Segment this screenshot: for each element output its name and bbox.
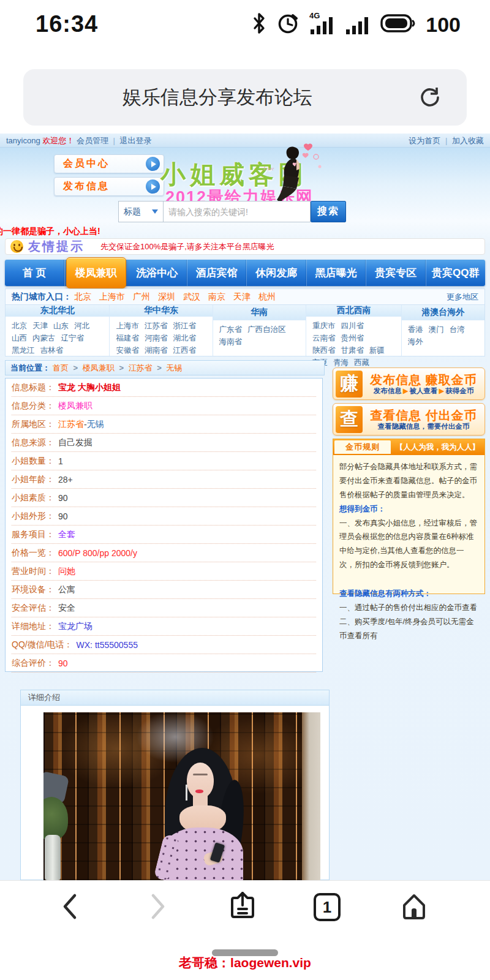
add-favorite-link[interactable]: 加入收藏 [452,136,484,145]
arrow-separator-icon: ▶ [403,387,409,394]
region-tab[interactable]: 华中华东 [110,305,212,317]
search-field-select[interactable]: 标题 [118,201,164,222]
info-value: 宝龙 大胸小姐姐 [58,382,121,393]
province-link[interactable]: 黑龙江 [12,344,35,356]
forward-button[interactable] [142,892,172,921]
svg-text:Love: Love [263,165,274,172]
tabs-button[interactable]: 1 [314,893,341,921]
nav-item-7[interactable]: 贵宾专区 [366,260,426,286]
nav-item-5[interactable]: 休闲发廊 [247,260,307,286]
province-link[interactable]: 山西 [12,332,27,344]
earn-subtitle-part: 被人查看 [410,387,438,394]
earn-badge: 赚 [336,371,363,398]
more-regions-link[interactable]: 更多地区 [447,292,478,303]
province-link[interactable]: 内蒙古 [32,332,56,344]
coin-rules-tab[interactable]: 金币规则 [334,440,391,454]
province-link[interactable]: 吉林省 [40,344,64,356]
province-link[interactable]: 广西自治区 [247,323,286,336]
hot-city-link[interactable]: 南京 [208,292,225,303]
member-mgmt-link[interactable]: 会员管理 [77,136,108,145]
home-button[interactable] [399,892,429,921]
post-info-label: 发布信息 [55,180,146,193]
hot-city-link[interactable]: 天津 [233,292,251,303]
hot-city-link[interactable]: 北京 [74,292,91,303]
breadcrumb-link[interactable]: 无锡 [166,363,182,372]
post-info-button[interactable]: 发布信息 [54,177,164,196]
region-tab[interactable]: 东北华北 [6,305,109,317]
site-welcome-bar: tanyicong 欢迎您！ 会员管理 | 退出登录 设为首页 | 加入收藏 [0,134,490,148]
region-tab[interactable]: 西北西南 [306,305,401,317]
refresh-icon[interactable] [418,85,442,110]
info-label: 小姐素质： [12,492,55,503]
province-link[interactable]: 江苏省 [145,320,168,332]
province-link[interactable]: 青海 [333,356,349,369]
battery-icon [380,13,416,36]
breadcrumb-separator: > [117,363,126,372]
province-link[interactable]: 香港 [408,323,423,336]
province-link[interactable]: 安徽省 [116,344,139,356]
detail-photo[interactable] [43,712,320,880]
region-tab[interactable]: 华南 [213,305,306,320]
hot-city-link[interactable]: 杭州 [258,292,276,303]
province-link[interactable]: 贵州省 [341,332,364,344]
province-link[interactable]: 天津 [32,320,48,332]
province-link[interactable]: 河南省 [145,332,168,344]
info-value: 90 [58,511,68,521]
province-link[interactable]: 山东 [53,320,69,332]
breadcrumb-link[interactable]: 楼凤兼职 [83,363,115,372]
province-link[interactable]: 海南省 [219,336,243,348]
hot-city-link[interactable]: 深圳 [158,292,175,303]
set-home-link[interactable]: 设为首页 [409,136,440,145]
chevron-down-icon [152,209,158,214]
nav-item-3[interactable]: 洗浴中心 [127,260,187,286]
province-link[interactable]: 辽宁省 [61,332,85,344]
province-link[interactable]: 澳门 [429,323,444,336]
view-coins-banner[interactable]: 查 查看信息 付出金币 查看隐藏信息，需要付出金币 [333,403,485,435]
earn-coins-banner[interactable]: 赚 发布信息 赚取金币 发布信息▶被人查看▶获得金币 [333,368,485,400]
province-link[interactable]: 福建省 [116,332,139,344]
member-center-button[interactable]: 会员中心 [54,154,164,173]
province-link[interactable]: 上海市 [116,320,139,332]
province-link[interactable]: 重庆市 [312,320,336,332]
info-label: 信息标题： [12,382,55,393]
province-link[interactable]: 云南省 [312,332,336,344]
province-link[interactable]: 新疆 [369,344,385,356]
province-link[interactable]: 台湾 [450,323,465,336]
coin-rule-paragraph: 一、发布真实小姐信息，经过审核后，管理员会根据您的信息内容质量在6种标准中给与定… [339,516,478,573]
province-link[interactable]: 陕西省 [312,344,336,356]
info-label: 安全评估： [12,603,55,614]
province-link[interactable]: 浙江省 [173,320,196,332]
province-link[interactable]: 甘肃省 [341,344,364,356]
logout-link[interactable]: 退出登录 [120,136,152,145]
province-link[interactable]: 海外 [408,336,423,348]
province-link[interactable]: 四川省 [341,320,364,332]
region-tab[interactable]: 港澳台海外 [402,305,484,320]
province-link[interactable]: 湖北省 [173,332,196,344]
province-link[interactable]: 西藏 [354,356,369,369]
browser-address-bar[interactable]: 娱乐信息分享发布论坛 [23,69,467,126]
coin-rule-paragraph [339,572,478,587]
province-link[interactable]: 河北 [74,320,89,332]
province-link[interactable]: 江西省 [173,344,196,356]
detail-section-header: 详细介绍 [20,690,330,706]
nav-item-2[interactable]: 楼凤兼职 [66,257,127,288]
hot-city-link[interactable]: 广州 [133,292,150,303]
nav-item-4[interactable]: 酒店宾馆 [187,260,247,286]
nav-item-8[interactable]: 贵宾QQ群 [426,260,486,286]
search-button[interactable]: 搜索 [311,201,346,222]
share-menu-button[interactable] [228,892,257,921]
province-link[interactable]: 湖南省 [145,344,168,356]
hot-city-link[interactable]: 武汉 [183,292,200,303]
province-link[interactable]: 北京 [12,320,27,332]
province-link[interactable]: 广东省 [219,323,243,336]
breadcrumb-link[interactable]: 首页 [53,363,69,372]
nav-item-1[interactable]: 首 页 [5,260,65,286]
breadcrumb-link[interactable]: 江苏省 [129,363,153,372]
nav-item-6[interactable]: 黑店曝光 [307,260,367,286]
back-button[interactable] [56,892,86,921]
hot-cities-bar: 热门城市入口： 北京上海市广州深圳武汉南京天津杭州 更多地区 [5,288,485,305]
photo-earring [186,785,187,801]
hot-city-link[interactable]: 上海市 [99,292,125,303]
info-row: 所属地区：江苏省 - 无锡 [12,415,316,434]
search-input[interactable] [164,201,311,222]
